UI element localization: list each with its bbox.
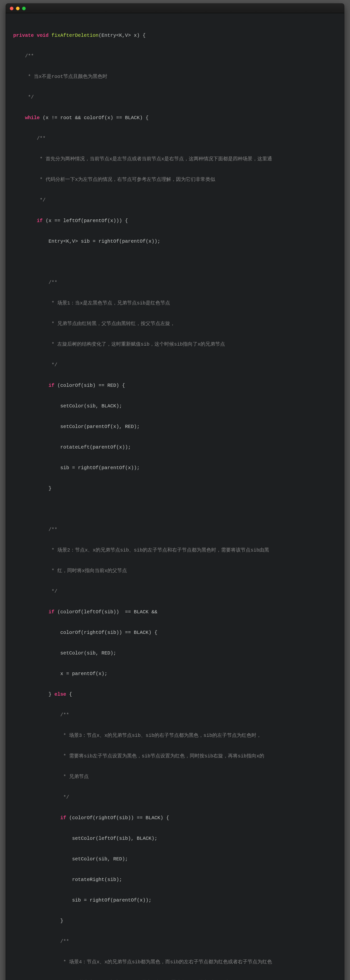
comment: * 场景2：节点x、x的兄弟节点sib、sib的左子节点和右子节点都为黑色时，需… [13, 545, 337, 555]
code-line: if (colorOf(sib) == RED) { [13, 380, 337, 391]
comment: */ [13, 92, 337, 102]
comment: /** [13, 134, 337, 144]
keyword: private void [13, 33, 49, 38]
code-line: setColor(sib, RED); [13, 648, 337, 659]
code-line: setColor(parentOf(x), RED); [13, 422, 337, 432]
code-line: setColor(leftOf(sib), BLACK); [13, 834, 337, 844]
comment: * 当x不是root节点且颜色为黑色时 [13, 72, 337, 82]
comment: /** [13, 710, 337, 720]
comment: /** [13, 936, 337, 947]
comment: */ [13, 792, 337, 803]
code-line: } [13, 916, 337, 926]
code-line: setColor(sib, BLACK); [13, 401, 337, 411]
comment: * 红，同时将x指向当前x的父节点 [13, 566, 337, 576]
code-window: private void fixAfterDeletion(Entry<K,V>… [6, 3, 344, 980]
comment: /** [13, 525, 337, 535]
comment: */ [13, 360, 337, 370]
code-line: rotateRight(sib); [13, 875, 337, 885]
comment: * 代码分析一下x为左节点的情况，右节点可参考左节点理解，因为它们非常类似 [13, 175, 337, 185]
zoom-icon[interactable] [22, 6, 26, 10]
code-line: sib = rightOf(parentOf(x)); [13, 463, 337, 473]
code-line: colorOf(rightOf(sib)) == BLACK) { [13, 627, 337, 638]
comment: /** [13, 51, 337, 61]
code-line: while (x != root && colorOf(x) == BLACK)… [13, 113, 337, 123]
titlebar [6, 4, 344, 13]
comment: * 场景4：节点x、x的兄弟节点sib都为黑色，而sib的左右子节点都为红色或者… [13, 957, 337, 967]
code-line: x = parentOf(x); [13, 669, 337, 679]
code-line: if (x == leftOf(parentOf(x))) { [13, 216, 337, 226]
comment: * 场景3：节点x、x的兄弟节点sib、sib的右子节点都为黑色，sib的左子节… [13, 730, 337, 741]
comment: * 需要将sib左子节点设置为黑色，sib节点设置为红色，同时按sib右旋，再将… [13, 751, 337, 761]
code-line: if (colorOf(rightOf(sib)) == BLACK) { [13, 813, 337, 823]
code-area: private void fixAfterDeletion(Entry<K,V>… [6, 13, 344, 980]
close-icon[interactable] [10, 6, 13, 10]
blank-line [13, 257, 337, 267]
code-line: setColor(sib, RED); [13, 854, 337, 864]
code-line: private void fixAfterDeletion(Entry<K,V>… [13, 30, 337, 41]
comment: * 左旋后树的结构变化了，这时重新赋值sib，这个时候sib指向了x的兄弟节点 [13, 339, 337, 350]
comment: * 兄弟节点由红转黑，父节点由黑转红，按父节点左旋， [13, 319, 337, 329]
comment: * 兄弟节点 [13, 772, 337, 782]
comment: * 场景1：当x是左黑色节点，兄弟节点sib是红色节点 [13, 298, 337, 309]
blank-line [13, 504, 337, 514]
method-name: fixAfterDeletion [51, 33, 99, 38]
code-line: Entry<K,V> sib = rightOf(parentOf(x)); [13, 236, 337, 247]
code-line: rotateLeft(parentOf(x)); [13, 442, 337, 452]
comment: * 首先分为两种情况，当前节点x是左节点或者当前节点x是右节点，这两种情况下面都… [13, 154, 337, 164]
comment: */ [13, 586, 337, 597]
comment: * 左子节点为黑色，此时需要将sib节点的颜色设置成和x的父节点p相同的颜色， [13, 978, 337, 980]
code-line: } else { [13, 689, 337, 700]
comment: /** [13, 277, 337, 288]
params: (Entry<K,V> x) { [99, 33, 146, 38]
comment: */ [13, 195, 337, 205]
code-line: if (colorOf(leftOf(sib)) == BLACK && [13, 607, 337, 617]
code-line: sib = rightOf(parentOf(x)); [13, 895, 337, 905]
minimize-icon[interactable] [16, 6, 20, 10]
code-line: } [13, 484, 337, 494]
